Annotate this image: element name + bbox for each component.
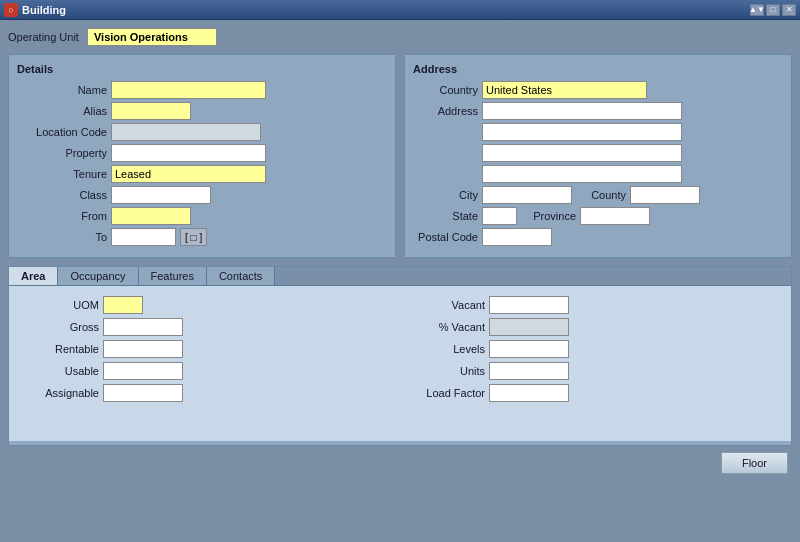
uom-input[interactable] xyxy=(103,296,143,314)
city-county-row: City County xyxy=(413,186,783,204)
county-label: County xyxy=(576,189,626,201)
gross-input[interactable] xyxy=(103,318,183,336)
address3-row xyxy=(413,144,783,162)
tenure-input[interactable] xyxy=(111,165,266,183)
to-input[interactable] xyxy=(111,228,176,246)
vacant-row: Vacant xyxy=(410,296,781,314)
restore-button[interactable]: □ xyxy=(766,4,780,16)
levels-input[interactable] xyxy=(489,340,569,358)
to-label: To xyxy=(17,231,107,243)
tab-area[interactable]: Area xyxy=(9,267,58,285)
load-factor-row: Load Factor xyxy=(410,384,781,402)
province-label: Province xyxy=(521,210,576,222)
address-label: Address xyxy=(413,105,478,117)
area-left-col: UOM Gross Rentable Usable xyxy=(19,296,390,406)
details-panel: Details Name Alias Location Code Propert… xyxy=(8,54,396,258)
address4-input[interactable] xyxy=(482,165,682,183)
units-row: Units xyxy=(410,362,781,380)
postal-code-input[interactable] xyxy=(482,228,552,246)
class-label: Class xyxy=(17,189,107,201)
assignable-row: Assignable xyxy=(19,384,390,402)
tab-area-content: UOM Gross Rentable Usable xyxy=(9,286,791,441)
tab-features[interactable]: Features xyxy=(139,267,207,285)
postal-code-label: Postal Code xyxy=(413,231,478,243)
levels-row: Levels xyxy=(410,340,781,358)
rentable-input[interactable] xyxy=(103,340,183,358)
location-code-row: Location Code xyxy=(17,123,387,141)
uom-label: UOM xyxy=(19,299,99,311)
location-code-input[interactable] xyxy=(111,123,261,141)
vacant-input[interactable] xyxy=(489,296,569,314)
property-input[interactable] xyxy=(111,144,266,162)
tenure-label: Tenure xyxy=(17,168,107,180)
state-label: State xyxy=(413,210,478,222)
usable-label: Usable xyxy=(19,365,99,377)
from-row: From xyxy=(17,207,387,225)
from-label: From xyxy=(17,210,107,222)
close-button[interactable]: ✕ xyxy=(782,4,796,16)
rentable-row: Rentable xyxy=(19,340,390,358)
address1-input[interactable] xyxy=(482,102,682,120)
assignable-label: Assignable xyxy=(19,387,99,399)
calendar-button[interactable]: [ □ ] xyxy=(180,228,207,246)
tenure-row: Tenure xyxy=(17,165,387,183)
uom-row: UOM xyxy=(19,296,390,314)
state-input[interactable] xyxy=(482,207,517,225)
assignable-input[interactable] xyxy=(103,384,183,402)
main-container: Operating Unit Vision Operations Details… xyxy=(0,20,800,542)
country-row: Country xyxy=(413,81,783,99)
units-input[interactable] xyxy=(489,362,569,380)
tab-contacts[interactable]: Contacts xyxy=(207,267,275,285)
name-label: Name xyxy=(17,84,107,96)
pct-vacant-input[interactable] xyxy=(489,318,569,336)
alias-row: Alias xyxy=(17,102,387,120)
name-input[interactable] xyxy=(111,81,266,99)
bottom-bar: Floor xyxy=(8,452,792,474)
minimize-button[interactable]: ▲▼ xyxy=(750,4,764,16)
title-bar: ○ Building ▲▼ □ ✕ xyxy=(0,0,800,20)
name-row: Name xyxy=(17,81,387,99)
city-label: City xyxy=(413,189,478,201)
operating-unit-row: Operating Unit Vision Operations xyxy=(8,28,792,46)
details-title: Details xyxy=(17,63,387,75)
state-province-row: State Province xyxy=(413,207,783,225)
pct-vacant-row: % Vacant xyxy=(410,318,781,336)
address1-row: Address xyxy=(413,102,783,120)
address-title: Address xyxy=(413,63,783,75)
address2-row xyxy=(413,123,783,141)
usable-input[interactable] xyxy=(103,362,183,380)
floor-button[interactable]: Floor xyxy=(721,452,788,474)
country-input[interactable] xyxy=(482,81,647,99)
area-columns: UOM Gross Rentable Usable xyxy=(19,296,781,406)
address2-input[interactable] xyxy=(482,123,682,141)
alias-input[interactable] xyxy=(111,102,191,120)
postal-code-row: Postal Code xyxy=(413,228,783,246)
alias-label: Alias xyxy=(17,105,107,117)
county-input[interactable] xyxy=(630,186,700,204)
details-address-row: Details Name Alias Location Code Propert… xyxy=(8,54,792,258)
gross-row: Gross xyxy=(19,318,390,336)
load-factor-label: Load Factor xyxy=(410,387,485,399)
city-input[interactable] xyxy=(482,186,572,204)
usable-row: Usable xyxy=(19,362,390,380)
province-input[interactable] xyxy=(580,207,650,225)
levels-label: Levels xyxy=(410,343,485,355)
gross-label: Gross xyxy=(19,321,99,333)
tab-occupancy[interactable]: Occupancy xyxy=(58,267,138,285)
address4-row xyxy=(413,165,783,183)
vacant-label: Vacant xyxy=(410,299,485,311)
window-controls[interactable]: ▲▼ □ ✕ xyxy=(750,4,796,16)
from-input[interactable] xyxy=(111,207,191,225)
class-input[interactable] xyxy=(111,186,211,204)
address3-input[interactable] xyxy=(482,144,682,162)
window-title: Building xyxy=(22,4,66,16)
operating-unit-value: Vision Operations xyxy=(87,28,217,46)
property-label: Property xyxy=(17,147,107,159)
rentable-label: Rentable xyxy=(19,343,99,355)
area-right-col: Vacant % Vacant Levels Units xyxy=(410,296,781,406)
operating-unit-label: Operating Unit xyxy=(8,31,79,43)
location-code-label: Location Code xyxy=(17,126,107,138)
class-row: Class xyxy=(17,186,387,204)
load-factor-input[interactable] xyxy=(489,384,569,402)
property-row: Property xyxy=(17,144,387,162)
